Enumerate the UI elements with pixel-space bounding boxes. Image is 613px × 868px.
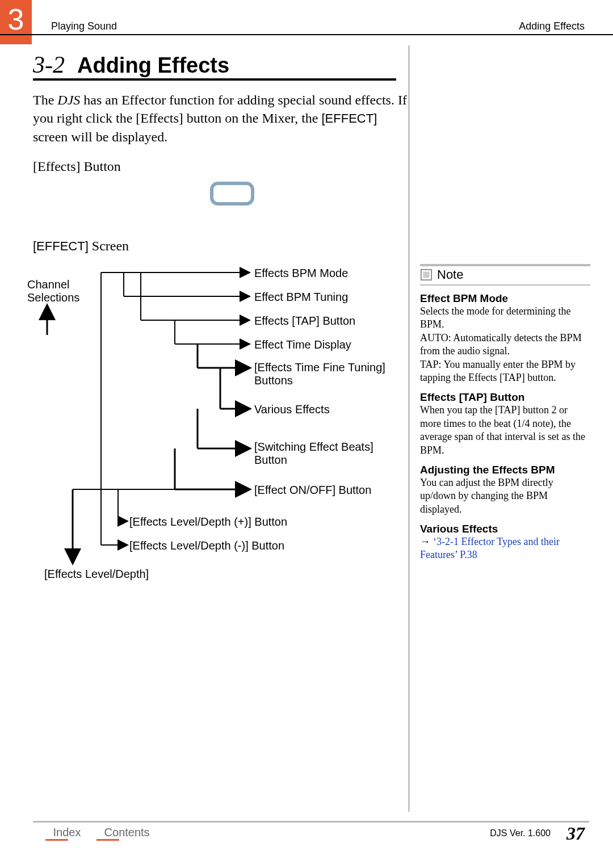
diagram-label-tap-button: Effects [TAP] Button — [254, 315, 355, 328]
section-title: 3-2 Adding Effects — [33, 51, 229, 78]
diagram-label-bpm-mode: Effects BPM Mode — [254, 267, 348, 280]
section-rule — [33, 78, 396, 81]
effect-screen-label-sans: [EFFECT] — [33, 239, 89, 253]
footer-index-link[interactable]: Index — [45, 826, 81, 841]
note-icon — [420, 269, 433, 281]
chapter-tab: 3 — [0, 0, 32, 44]
diagram-label-bpm-tuning: Effect BPM Tuning — [254, 291, 348, 304]
diagram-label-channel-selections: Channel Selections — [27, 278, 107, 304]
body-djs: DJS — [57, 93, 80, 107]
effects-button-graphic — [210, 182, 254, 206]
effect-screen-diagram: Channel Selections Effects BPM Mode Effe… — [27, 261, 391, 579]
footer-tick-icon — [45, 839, 68, 841]
intro-paragraph: The DJS has an Effector function for add… — [33, 91, 408, 146]
diagram-label-time-fine-tuning: [Effects Time Fine Tuning] Buttons — [254, 361, 391, 387]
column-divider — [409, 45, 409, 812]
footer-tick-icon — [96, 839, 119, 841]
effect-screen-label: [EFFECT] Screen — [33, 238, 129, 254]
note-rule — [420, 264, 590, 266]
note-link-text: ‘3-2-1 Effector Types and their Features… — [420, 536, 560, 560]
diagram-label-various-effects: Various Effects — [254, 403, 330, 416]
diagram-label-switching-beats: [Switching Effect Beats] Button — [254, 441, 402, 467]
footer-rule — [33, 821, 589, 823]
effect-screen-label-serif: Screen — [89, 238, 129, 253]
svg-rect-23 — [423, 272, 430, 278]
body-effect-label: [EFFECT] — [321, 111, 377, 125]
arrow-right-icon: → — [420, 536, 433, 547]
diagram-label-level-depth: [Effects Level/Depth] — [44, 568, 149, 581]
note-p: TAP: You manually enter the BPM by tappi… — [420, 358, 590, 385]
note-h-bpm-mode: Effect BPM Mode — [420, 292, 590, 305]
note-p: AUTO: Automatically detects the BPM from… — [420, 332, 590, 358]
note-header-label: Note — [437, 267, 463, 282]
note-sub-rule — [420, 284, 590, 286]
note-p: Selects the mode for determining the BPM… — [420, 305, 590, 332]
diagram-lines — [27, 261, 391, 579]
diagram-label-time-display: Effect Time Display — [254, 338, 351, 351]
body-text: screen will be displayed. — [33, 129, 167, 144]
note-p: You can adjust the BPM directly up/down … — [420, 476, 590, 516]
section-title-text: Adding Effects — [77, 53, 229, 77]
note-p: When you tap the [TAP] button 2 or more … — [420, 404, 590, 457]
diagram-label-level-depth-plus: [Effects Level/Depth (+)] Button — [129, 515, 287, 529]
effects-button-label: [Effects] Button — [33, 159, 121, 174]
footer-index-label: Index — [53, 826, 81, 838]
diagram-label-level-depth-minus: [Effects Level/Depth (-)] Button — [129, 539, 284, 552]
footer-contents-label: Contents — [104, 826, 150, 838]
note-h-tap: Effects [TAP] Button — [420, 391, 590, 404]
note-column: Note Effect BPM Mode Selects the mode fo… — [420, 264, 590, 562]
body-text: The — [33, 93, 57, 107]
footer-page-number: 37 — [566, 823, 585, 844]
footer-version: DJS Ver. 1.600 — [490, 828, 551, 838]
note-h-various: Various Effects — [420, 523, 590, 535]
note-h-adjusting: Adjusting the Effects BPM — [420, 464, 590, 476]
section-number: 3-2 — [33, 52, 65, 78]
header-left: Playing Sound — [51, 20, 117, 32]
note-header: Note — [420, 267, 590, 282]
footer-contents-link[interactable]: Contents — [96, 826, 150, 841]
note-crossref-link[interactable]: → ‘3-2-1 Effector Types and their Featur… — [420, 535, 590, 562]
diagram-label-on-off: [Effect ON/OFF] Button — [254, 484, 371, 497]
header-right: Adding Effects — [519, 20, 585, 32]
header-rule — [0, 34, 613, 35]
